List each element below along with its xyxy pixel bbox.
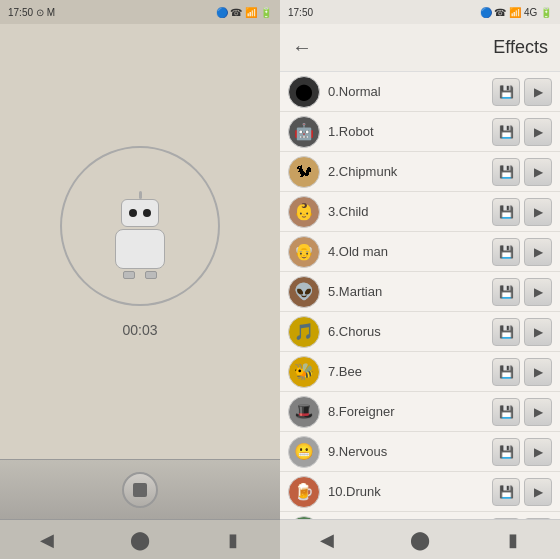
effect-name-8: 8.Foreigner — [328, 404, 492, 419]
save-button-6[interactable]: 💾 — [492, 318, 520, 346]
left-status-bar: 17:50 ⊙ M 🔵 ☎ 📶 🔋 — [0, 0, 280, 24]
play-button-6[interactable]: ▶ — [524, 318, 552, 346]
play-button-7[interactable]: ▶ — [524, 358, 552, 386]
robot-feet — [105, 271, 175, 279]
play-button-0[interactable]: ▶ — [524, 78, 552, 106]
effect-item-1: 🤖1.Robot💾▶ — [280, 112, 560, 152]
effect-avatar-10: 🍺 — [288, 476, 320, 508]
effect-name-6: 6.Chorus — [328, 324, 492, 339]
effects-list: ⬤0.Normal💾▶🤖1.Robot💾▶🐿2.Chipmunk💾▶👶3.Chi… — [280, 72, 560, 519]
effect-name-2: 2.Chipmunk — [328, 164, 492, 179]
effect-name-9: 9.Nervous — [328, 444, 492, 459]
effect-item-10: 🍺10.Drunk💾▶ — [280, 472, 560, 512]
robot-eye-left — [129, 209, 137, 217]
save-button-4[interactable]: 💾 — [492, 238, 520, 266]
save-button-8[interactable]: 💾 — [492, 398, 520, 426]
effect-actions-0: 💾▶ — [492, 78, 552, 106]
nav-menu-button[interactable]: ▮ — [213, 525, 253, 555]
effect-item-2: 🐿2.Chipmunk💾▶ — [280, 152, 560, 192]
nav-home-button[interactable]: ⬤ — [120, 525, 160, 555]
effect-name-0: 0.Normal — [328, 84, 492, 99]
play-button-1[interactable]: ▶ — [524, 118, 552, 146]
effect-item-8: 🎩8.Foreigner💾▶ — [280, 392, 560, 432]
left-nav-bar: ◀ ⬤ ▮ — [0, 519, 280, 559]
stop-icon — [133, 483, 147, 497]
effect-item-9: 😬9.Nervous💾▶ — [280, 432, 560, 472]
robot-antenna — [139, 191, 142, 199]
save-button-7[interactable]: 💾 — [492, 358, 520, 386]
back-arrow-icon[interactable]: ← — [292, 36, 312, 59]
robot-body — [115, 229, 165, 269]
left-bottom-bar — [0, 459, 280, 519]
left-status-icons: 🔵 ☎ 📶 🔋 — [216, 7, 272, 18]
effect-avatar-6: 🎵 — [288, 316, 320, 348]
play-button-2[interactable]: ▶ — [524, 158, 552, 186]
play-button-5[interactable]: ▶ — [524, 278, 552, 306]
robot-head — [121, 199, 159, 227]
effect-avatar-8: 🎩 — [288, 396, 320, 428]
effect-actions-6: 💾▶ — [492, 318, 552, 346]
effect-actions-9: 💾▶ — [492, 438, 552, 466]
effect-item-11: 🌲11.Valley💾▶ — [280, 512, 560, 519]
effect-item-4: 👴4.Old man💾▶ — [280, 232, 560, 272]
right-status-time: 17:50 — [288, 7, 313, 18]
effect-name-4: 4.Old man — [328, 244, 492, 259]
robot-eye-right — [143, 209, 151, 217]
left-panel: 17:50 ⊙ M 🔵 ☎ 📶 🔋 00:03 — [0, 0, 280, 559]
save-button-2[interactable]: 💾 — [492, 158, 520, 186]
effect-name-10: 10.Drunk — [328, 484, 492, 499]
save-button-0[interactable]: 💾 — [492, 78, 520, 106]
effect-name-3: 3.Child — [328, 204, 492, 219]
effect-avatar-7: 🐝 — [288, 356, 320, 388]
effect-item-6: 🎵6.Chorus💾▶ — [280, 312, 560, 352]
nav-back-button[interactable]: ◀ — [27, 525, 67, 555]
effect-actions-1: 💾▶ — [492, 118, 552, 146]
effect-actions-8: 💾▶ — [492, 398, 552, 426]
save-button-1[interactable]: 💾 — [492, 118, 520, 146]
play-button-10[interactable]: ▶ — [524, 478, 552, 506]
right-nav-home-button[interactable]: ⬤ — [400, 525, 440, 555]
effect-avatar-2: 🐿 — [288, 156, 320, 188]
save-button-10[interactable]: 💾 — [492, 478, 520, 506]
right-header: ← Effects — [280, 24, 560, 72]
effect-avatar-3: 👶 — [288, 196, 320, 228]
play-button-4[interactable]: ▶ — [524, 238, 552, 266]
save-button-9[interactable]: 💾 — [492, 438, 520, 466]
robot-avatar — [105, 191, 175, 261]
effect-name-5: 5.Martian — [328, 284, 492, 299]
right-status-bar: 17:50 🔵 ☎ 📶 4G 🔋 — [280, 0, 560, 24]
robot-circle — [60, 146, 220, 306]
effect-item-5: 👽5.Martian💾▶ — [280, 272, 560, 312]
save-button-3[interactable]: 💾 — [492, 198, 520, 226]
effect-avatar-5: 👽 — [288, 276, 320, 308]
play-button-8[interactable]: ▶ — [524, 398, 552, 426]
effect-avatar-1: 🤖 — [288, 116, 320, 148]
effect-item-3: 👶3.Child💾▶ — [280, 192, 560, 232]
effect-actions-5: 💾▶ — [492, 278, 552, 306]
stop-button[interactable] — [122, 472, 158, 508]
right-nav-back-button[interactable]: ◀ — [307, 525, 347, 555]
left-main-area: 00:03 — [0, 24, 280, 459]
right-status-icons: 🔵 ☎ 📶 4G 🔋 — [480, 7, 552, 18]
effect-actions-2: 💾▶ — [492, 158, 552, 186]
effect-actions-4: 💾▶ — [492, 238, 552, 266]
effect-avatar-9: 😬 — [288, 436, 320, 468]
play-button-9[interactable]: ▶ — [524, 438, 552, 466]
effect-avatar-0: ⬤ — [288, 76, 320, 108]
left-status-time: 17:50 ⊙ M — [8, 7, 55, 18]
effect-actions-10: 💾▶ — [492, 478, 552, 506]
save-button-5[interactable]: 💾 — [492, 278, 520, 306]
right-nav-menu-button[interactable]: ▮ — [493, 525, 533, 555]
right-panel: 17:50 🔵 ☎ 📶 4G 🔋 ← Effects ⬤0.Normal💾▶🤖1… — [280, 0, 560, 559]
effects-title: Effects — [493, 37, 548, 58]
effect-actions-3: 💾▶ — [492, 198, 552, 226]
effect-item-0: ⬤0.Normal💾▶ — [280, 72, 560, 112]
effect-avatar-4: 👴 — [288, 236, 320, 268]
right-nav-bar: ◀ ⬤ ▮ — [280, 519, 560, 559]
effect-name-7: 7.Bee — [328, 364, 492, 379]
effect-actions-7: 💾▶ — [492, 358, 552, 386]
effect-item-7: 🐝7.Bee💾▶ — [280, 352, 560, 392]
timer-display: 00:03 — [122, 322, 157, 338]
play-button-3[interactable]: ▶ — [524, 198, 552, 226]
robot-foot-right — [145, 271, 157, 279]
